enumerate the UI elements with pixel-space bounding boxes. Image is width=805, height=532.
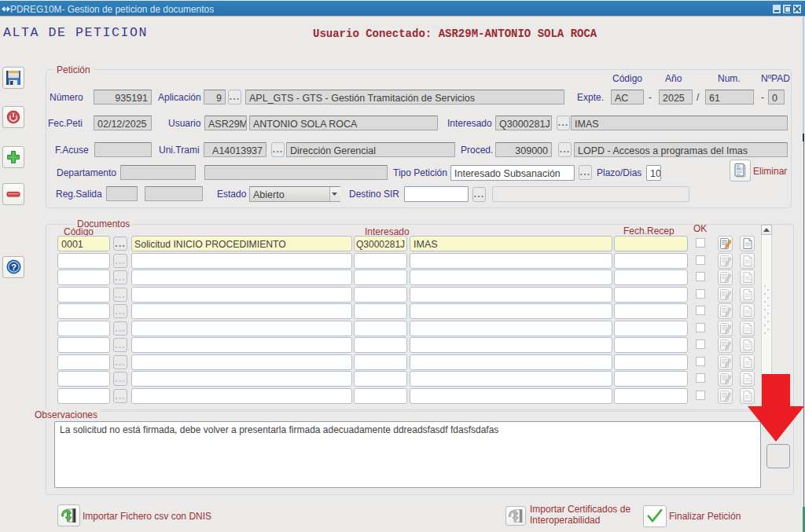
svg-text:?: ? xyxy=(11,262,17,272)
